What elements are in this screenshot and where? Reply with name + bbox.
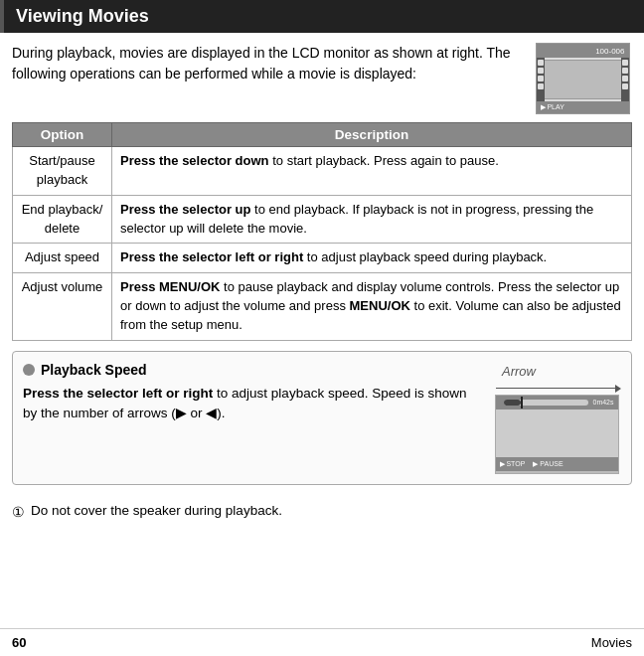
desc-bold: Press the selector down — [120, 153, 269, 168]
table-row: End playback/delete Press the selector u… — [13, 195, 632, 244]
intro-text: During playback, movies are displayed in… — [12, 43, 521, 114]
bullet-icon — [23, 364, 35, 376]
playback-desc-bold: Press the selector left or right — [23, 386, 213, 401]
page-number: 60 — [12, 635, 26, 650]
stop-label: ▶ STOP — [500, 460, 526, 468]
camera-screen — [539, 60, 627, 99]
playback-screen: 0m42s ▶ STOP ▶ PAUSE — [495, 395, 619, 474]
camera-bottom-bar: ▶ PLAY — [537, 101, 629, 113]
desc-cell: Press MENU/OK to pause playback and disp… — [112, 273, 632, 341]
table-header-description: Description — [112, 123, 632, 147]
camera-top-bar: 100-006 — [537, 44, 629, 58]
intro-section: During playback, movies are displayed in… — [0, 33, 644, 122]
progress-bar — [504, 400, 589, 406]
desc-bold: Press the selector left or right — [120, 249, 303, 264]
table-row: Start/pauseplayback Press the selector d… — [13, 147, 632, 196]
option-cell: Start/pauseplayback — [13, 147, 112, 196]
film-hole — [538, 60, 544, 66]
film-strip-left — [537, 58, 545, 101]
playback-desc: Press the selector left or right to adju… — [23, 384, 482, 424]
page-title: Viewing Movies — [16, 6, 149, 27]
playback-screen-inner-wrap: 0m42s — [496, 396, 618, 410]
desc-bold: Press MENU/OK — [120, 279, 220, 294]
camera-play-text: ▶ PLAY — [541, 103, 564, 111]
camera-box: 100-006 ▶ PLAY — [536, 43, 630, 114]
arrow-tip-icon — [615, 385, 621, 393]
playback-title: Playback Speed — [23, 362, 482, 378]
playback-content: Playback Speed Press the selector left o… — [23, 362, 482, 474]
film-hole — [538, 76, 544, 82]
table-header-option: Option — [13, 123, 112, 147]
film-hole — [538, 83, 544, 89]
playback-speed-box: Playback Speed Press the selector left o… — [12, 351, 632, 485]
table-row: Adjust speed Press the selector left or … — [13, 244, 632, 273]
page-category: Movies — [591, 635, 632, 650]
film-hole — [622, 68, 628, 74]
playback-image-area: Arrow 0m42s ▶ STOP — [492, 362, 621, 474]
option-cell: Adjust volume — [13, 273, 112, 341]
camera-top-bar-text: 100-006 — [595, 47, 624, 56]
playback-screen-body — [496, 410, 618, 457]
arrow-indicator — [492, 385, 621, 393]
desc-bold: Press the selector up — [120, 202, 251, 217]
desc-bold2: MENU/OK — [350, 298, 410, 313]
film-hole — [538, 68, 544, 74]
option-cell: End playback/delete — [13, 195, 112, 244]
table-row: Adjust volume Press MENU/OK to pause pla… — [13, 273, 632, 341]
playback-screen-bar: 0m42s — [496, 396, 618, 410]
note-symbol: ① — [12, 504, 25, 520]
arrow-line — [496, 388, 615, 389]
page-header: Viewing Movies — [0, 0, 644, 33]
film-hole — [622, 83, 628, 89]
page-footer: 60 Movies — [0, 628, 644, 656]
option-cell: Adjust speed — [13, 244, 112, 273]
progress-filled — [504, 400, 521, 406]
arrow-label: Arrow — [502, 364, 536, 379]
film-hole — [622, 76, 628, 82]
film-hole — [622, 60, 628, 66]
camera-image: 100-006 ▶ PLAY — [533, 43, 632, 114]
timer-text: 0m42s — [592, 399, 613, 406]
page-wrapper: Viewing Movies During playback, movies a… — [0, 0, 644, 656]
note-section: ① Do not cover the speaker during playba… — [0, 495, 644, 528]
desc-cell: Press the selector left or right to adju… — [112, 244, 632, 273]
desc-cell: Press the selector up to end playback. I… — [112, 195, 632, 244]
pause-label: ▶ PAUSE — [533, 460, 563, 468]
film-strip-right — [621, 58, 629, 101]
playback-screen-footer: ▶ STOP ▶ PAUSE — [496, 457, 618, 471]
playback-title-text: Playback Speed — [41, 362, 147, 378]
note-text: Do not cover the speaker during playback… — [31, 503, 282, 518]
desc-cell: Press the selector down to start playbac… — [112, 147, 632, 196]
progress-marker — [521, 397, 523, 409]
options-table: Option Description Start/pauseplayback P… — [12, 122, 632, 341]
